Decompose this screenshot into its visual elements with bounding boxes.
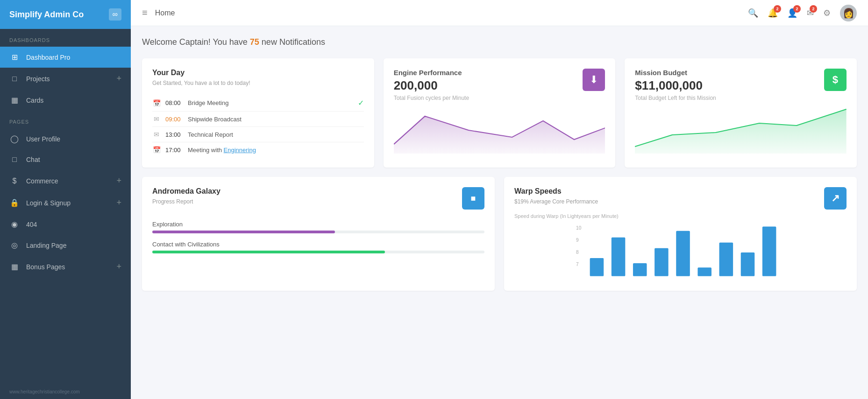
warp-desc: Speed during Warp (In Lightyears per Min… [514, 213, 619, 219]
sidebar-item-chat[interactable]: □ Chat [0, 149, 131, 170]
sidebar-item-landing-page[interactable]: ◎ Landing Page [0, 235, 131, 256]
sidebar-item-projects[interactable]: □ Projects + [0, 68, 131, 90]
error-icon: ◉ [9, 220, 20, 229]
mail-icon[interactable]: ✉ 2 [807, 8, 814, 18]
hamburger-menu[interactable]: ≡ [142, 7, 148, 18]
mail-event-icon: ✉ [152, 115, 161, 123]
exploration-label: Exploration [152, 221, 484, 228]
brand-icon: ∞ [109, 8, 121, 21]
event-bridge-meeting: 📅 08:00 Bridge Meeting ✓ [152, 95, 364, 112]
exploration-progress-bg [152, 231, 484, 233]
cards-icon: ▦ [9, 96, 20, 105]
event-time: 09:00 [165, 116, 183, 123]
plus-icon: + [116, 176, 121, 186]
calendar-icon: 📅 [152, 99, 161, 107]
event-name: Technical Report [188, 131, 364, 138]
budget-icon-box: $ [824, 69, 847, 91]
sidebar-item-label: 404 [26, 221, 121, 228]
page-title: Home [155, 9, 175, 17]
sidebar-item-commerce[interactable]: $ Commerce + [0, 170, 131, 192]
engine-icon-box: ⬇ [583, 69, 605, 91]
svg-text:10: 10 [576, 225, 582, 231]
topbar: ≡ Home 🔍 🔔 2 👤 2 ✉ 2 ⚙ 👩 [131, 0, 868, 26]
svg-text:8: 8 [576, 250, 579, 255]
topbar-right: 🔍 🔔 2 👤 2 ✉ 2 ⚙ 👩 [748, 5, 857, 21]
sidebar-item-login-signup[interactable]: 🔒 Login & Signup + [0, 192, 131, 214]
download-icon: ⬇ [590, 74, 598, 86]
warp-icon-box: ↗ [824, 187, 847, 210]
svg-rect-9 [655, 248, 669, 276]
sidebar-item-cards[interactable]: ▦ Cards [0, 90, 131, 111]
budget-chart [635, 107, 847, 154]
sidebar-item-bonus-pages[interactable]: ▦ Bonus Pages + [0, 256, 131, 278]
welcome-text-before: Welcome Captain! You have [142, 37, 250, 47]
svg-rect-7 [612, 238, 626, 276]
sidebar-item-label: Cards [26, 97, 121, 104]
welcome-text-after: new Notifications [259, 37, 325, 47]
settings-icon[interactable]: ⚙ [823, 8, 831, 18]
notification-bell-icon[interactable]: 🔔 2 [768, 8, 778, 18]
event-time: 13:00 [165, 131, 183, 138]
dashboard-icon: ⊞ [9, 53, 20, 62]
warp-header: Warp Speeds $19% Average Core Performanc… [514, 187, 847, 219]
svg-rect-13 [741, 252, 755, 276]
search-icon[interactable]: 🔍 [748, 8, 758, 18]
commerce-icon: $ [9, 177, 20, 185]
svg-rect-8 [633, 263, 647, 276]
main-content: ≡ Home 🔍 🔔 2 👤 2 ✉ 2 ⚙ 👩 Welcome Captain… [131, 0, 868, 399]
event-shipwide-broadcast: ✉ 09:00 Shipwide Broadcast [152, 112, 364, 127]
contact-progress-fill [152, 251, 385, 253]
sidebar-item-label: Dashboard Pro [26, 54, 121, 61]
mail-badge: 2 [810, 5, 817, 13]
user-account-icon[interactable]: 👤 2 [787, 8, 797, 18]
bonus-icon: ▦ [9, 262, 20, 271]
svg-text:7: 7 [576, 262, 579, 267]
sidebar-item-dashboard-pro[interactable]: ⊞ Dashboard Pro [0, 47, 131, 68]
event-time: 17:00 [165, 147, 183, 154]
event-name: Shipwide Broadcast [188, 116, 364, 123]
engine-metric-info: Engine Performance 200,000 Total Fusion … [394, 69, 469, 101]
svg-marker-1 [635, 109, 847, 154]
sidebar: Simplify Admin Co ∞ DASHBOARDS ⊞ Dashboa… [0, 0, 131, 399]
budget-desc: Total Budget Left for this Mission [635, 95, 716, 101]
andromeda-card: Andromeda Galaxy Progress Report ■ Explo… [142, 177, 495, 291]
progress-section: Exploration Contact with Civilizations [152, 221, 484, 253]
calendar-icon-2: 📅 [152, 146, 161, 154]
user-badge: 2 [793, 5, 801, 13]
andromeda-title: Andromeda Galaxy [152, 187, 221, 196]
top-cards-row: Your Day Get Started, You have a lot to … [142, 58, 857, 168]
svg-rect-10 [676, 231, 690, 276]
engine-chart [394, 107, 605, 154]
warp-title: Warp Speeds [514, 187, 619, 196]
lock-icon: 🔒 [9, 198, 20, 207]
budget-value: $11,000,000 [635, 78, 716, 93]
check-icon: ✓ [358, 98, 364, 107]
sidebar-item-label: Bonus Pages [26, 263, 116, 271]
plus-icon: + [116, 74, 121, 84]
mission-budget-card: Mission Budget $11,000,000 Total Budget … [625, 58, 857, 168]
svg-rect-14 [762, 227, 776, 276]
section-label-dashboards: DASHBOARDS [0, 29, 131, 47]
topbar-left: ≡ Home [142, 7, 175, 18]
event-engineering-meeting: 📅 17:00 Meeting with Enginnering [152, 142, 364, 157]
warp-subtitle: $19% Average Core Performance [514, 198, 619, 205]
plus-icon: + [116, 198, 121, 208]
bell-badge: 2 [774, 5, 781, 13]
engineering-link[interactable]: Enginnering [224, 147, 256, 154]
exploration-progress-fill [152, 231, 335, 233]
avatar[interactable]: 👩 [840, 5, 857, 21]
sidebar-item-user-profile[interactable]: ◯ User Profile [0, 128, 131, 149]
sidebar-item-label: Commerce [26, 177, 116, 185]
trend-up-icon: ↗ [831, 192, 840, 204]
svg-rect-12 [719, 243, 733, 276]
user-icon: ◯ [9, 134, 20, 143]
sidebar-section-pages: PAGES ◯ User Profile □ Chat $ Commerce +… [0, 111, 131, 278]
chat-icon: □ [9, 155, 20, 164]
sidebar-brand[interactable]: Simplify Admin Co ∞ [0, 0, 131, 29]
sidebar-item-label: Chat [26, 156, 121, 163]
warp-speeds-card: Warp Speeds $19% Average Core Performanc… [504, 177, 857, 291]
sidebar-item-404[interactable]: ◉ 404 [0, 214, 131, 235]
contact-progress-bg [152, 251, 484, 253]
svg-rect-6 [590, 258, 604, 276]
mail-event-icon-2: ✉ [152, 131, 161, 138]
